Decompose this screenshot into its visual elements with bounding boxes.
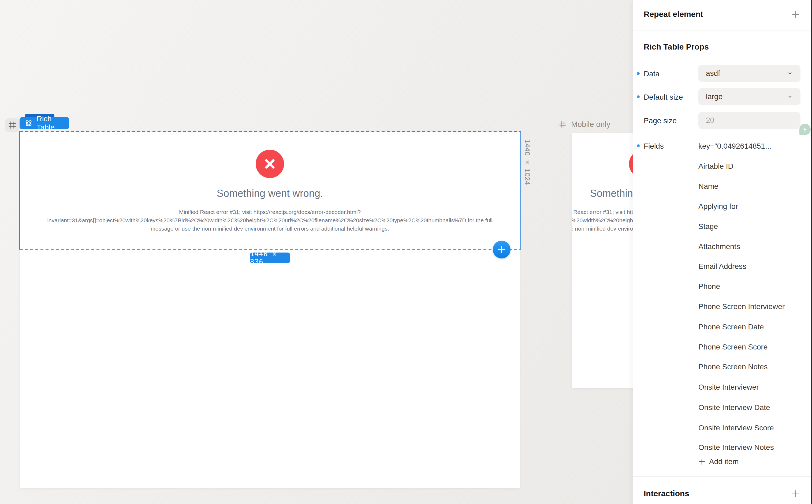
frame-size-label: 1440 × 1024 <box>523 139 532 185</box>
field-item[interactable]: Attachments <box>698 242 740 251</box>
chevron-down-icon <box>787 70 793 76</box>
field-item[interactable]: Phone Screen Score <box>698 343 768 351</box>
add-item-label: Add item <box>709 457 739 466</box>
page-size-input-value: 20 <box>706 116 714 125</box>
field-item[interactable]: Name <box>698 182 719 191</box>
panel-divider <box>633 31 811 31</box>
prop-label-page-size: Page size <box>644 116 677 125</box>
default-size-select-value: large <box>706 92 723 101</box>
interactions-add-button[interactable] <box>790 488 801 499</box>
prop-label-fields: Fields <box>644 142 664 151</box>
plus-icon <box>791 10 800 19</box>
frame-tool-button[interactable] <box>5 118 20 132</box>
error-card: Something went wrong. Minified React err… <box>20 132 520 250</box>
panel-divider <box>633 476 811 477</box>
repeat-element-heading: Repeat element <box>644 10 703 19</box>
fields-key-value[interactable]: key="0.0492614851... <box>698 142 771 151</box>
plus-icon <box>497 245 506 254</box>
field-item[interactable]: Onsite Interview Score <box>698 424 774 432</box>
properties-panel: Repeat element Rich Table Props Data asd… <box>633 0 811 504</box>
field-item[interactable]: Applying for <box>698 202 738 211</box>
component-badge-rich-table[interactable]: Rich Table <box>20 117 69 129</box>
plus-icon <box>698 458 705 465</box>
prop-label-data: Data <box>644 70 660 78</box>
field-item[interactable]: Email Address <box>698 262 746 271</box>
prop-label-default-size: Default size <box>644 93 683 101</box>
field-item[interactable]: Phone Screen Interviewer <box>698 302 785 311</box>
plus-icon <box>791 490 800 498</box>
interactions-heading: Interactions <box>644 489 689 498</box>
error-detail-line: message or use the non-minified dev envi… <box>20 224 520 233</box>
frame-icon <box>8 121 16 129</box>
add-section-button[interactable] <box>493 241 511 258</box>
field-item[interactable]: Onsite Interview Date <box>698 403 770 412</box>
error-detail-line: invariant=31&args[]=object%20with%20keys… <box>20 216 520 224</box>
field-item[interactable]: Phone Screen Date <box>698 323 764 331</box>
mobile-frame-label[interactable]: Mobile only <box>559 120 611 129</box>
mobile-frame-label-text: Mobile only <box>571 120 611 129</box>
props-section-heading: Rich Table Props <box>644 42 709 51</box>
data-select[interactable]: asdf <box>698 65 800 82</box>
prop-override-dot <box>637 144 640 147</box>
lightning-icon <box>802 126 808 133</box>
add-field-item-button[interactable]: Add item <box>698 457 739 466</box>
page-size-input[interactable]: 20 <box>698 112 800 129</box>
error-title: Something went wrong. <box>20 188 520 198</box>
component-atom-icon <box>24 119 33 128</box>
error-x-circle <box>256 150 284 178</box>
data-select-value: asdf <box>706 69 720 78</box>
design-canvas[interactable]: Something went wrong. Minified React err… <box>0 0 633 504</box>
component-badge-label: Rich Table <box>37 115 69 132</box>
desktop-frame[interactable]: Something went wrong. Minified React err… <box>20 132 520 488</box>
field-item[interactable]: Phone <box>698 282 720 291</box>
selection-size-badge: 1440 × 336 <box>250 253 290 263</box>
prop-override-dot <box>637 72 640 75</box>
field-item[interactable]: Onsite Interview Notes <box>698 443 774 452</box>
error-detail-line: Minified React error #31; visit https://… <box>20 208 520 216</box>
chevron-down-icon <box>787 94 793 100</box>
field-item[interactable]: Airtable ID <box>698 162 734 171</box>
lightning-badge[interactable] <box>799 124 811 135</box>
field-item[interactable]: Phone Screen Notes <box>698 363 768 371</box>
field-item[interactable]: Onsite Interviewer <box>698 383 759 392</box>
prop-override-dot <box>637 95 640 98</box>
field-item[interactable]: Stage <box>698 222 718 231</box>
default-size-select[interactable]: large <box>698 88 800 105</box>
x-icon <box>263 157 277 171</box>
repeat-element-add-button[interactable] <box>790 9 801 20</box>
window-edge <box>811 0 812 504</box>
frame-icon <box>559 121 566 128</box>
